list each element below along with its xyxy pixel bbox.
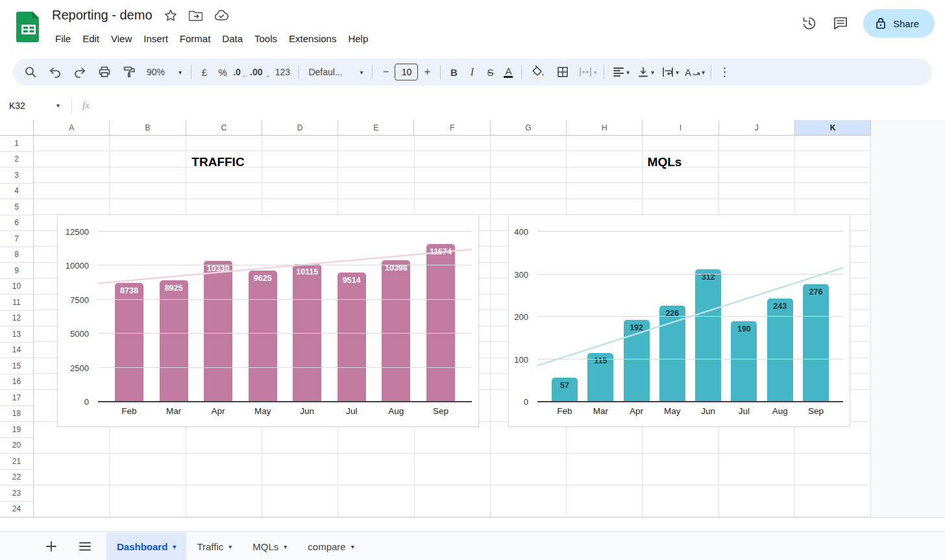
decrease-decimal-button[interactable]: .0← (232, 61, 250, 83)
row-header-20[interactable]: 20 (0, 438, 34, 454)
fill-color-button[interactable] (526, 61, 550, 83)
row-header-3[interactable]: 3 (0, 167, 34, 184)
menu-format[interactable]: Format (174, 30, 217, 47)
row-header-2[interactable]: 2 (0, 152, 34, 168)
row-header-7[interactable]: 7 (0, 231, 34, 247)
increase-font-size-button[interactable]: + (418, 61, 436, 83)
column-header-H[interactable]: H (567, 120, 643, 136)
column-header-A[interactable]: A (34, 120, 110, 136)
toolbar: 90% ▾ £ % .0← .00→ 123 Defaul... ▾ − 10 … (13, 58, 932, 86)
row-header-8[interactable]: 8 (0, 247, 34, 263)
menu-data[interactable]: Data (216, 30, 249, 47)
borders-button[interactable] (550, 61, 575, 83)
name-box[interactable]: K32 ▾ (0, 101, 65, 111)
undo-button[interactable] (43, 61, 68, 83)
row-header-15[interactable]: 15 (0, 358, 34, 374)
strikethrough-button[interactable]: S (481, 61, 499, 83)
move-to-folder-button[interactable] (189, 10, 202, 21)
column-header-J[interactable]: J (719, 120, 795, 136)
traffic-chart[interactable]: 02500500075001000012500 8738892510330962… (57, 214, 479, 427)
mqls-cell-title[interactable]: MQLs (600, 155, 730, 169)
menu-view[interactable]: View (105, 30, 138, 47)
text-color-button[interactable]: A (499, 61, 517, 83)
document-title[interactable]: Reporting - demo (52, 8, 153, 23)
row-header-14[interactable]: 14 (0, 343, 34, 359)
row-header-21[interactable]: 21 (0, 454, 34, 470)
row-header-12[interactable]: 12 (0, 311, 34, 327)
row-header-9[interactable]: 9 (0, 263, 34, 279)
increase-decimal-button[interactable]: .00→ (250, 61, 270, 83)
column-header-E[interactable]: E (338, 120, 414, 136)
column-header-K[interactable]: K (795, 120, 871, 136)
row-header-18[interactable]: 18 (0, 406, 34, 422)
row-header-24[interactable]: 24 (0, 502, 34, 518)
saved-status-button[interactable] (214, 10, 228, 21)
decrease-font-size-button[interactable]: − (376, 61, 395, 83)
tab-dashboard[interactable]: Dashboard▾ (106, 533, 186, 560)
mqls-chart[interactable]: 0100200300400 57115192226312190243276 Fe… (508, 214, 850, 427)
currency-format-button[interactable]: £ (195, 61, 214, 83)
row-header-19[interactable]: 19 (0, 422, 34, 438)
chevron-down-icon: ▾ (594, 69, 597, 76)
menu-file[interactable]: File (49, 30, 77, 47)
column-header-D[interactable]: D (262, 120, 338, 136)
merge-cells-button[interactable]: ▾ (575, 61, 600, 83)
all-sheets-button[interactable] (73, 534, 97, 559)
row-header-6[interactable]: 6 (0, 215, 34, 232)
column-header-B[interactable]: B (110, 120, 186, 136)
row-header-10[interactable]: 10 (0, 279, 34, 295)
percent-format-button[interactable]: % (214, 61, 232, 83)
font-family-control[interactable]: Defaul... ▾ (303, 61, 368, 83)
paint-format-button[interactable] (117, 61, 141, 83)
bold-button[interactable]: B (445, 61, 463, 83)
vertical-align-button[interactable]: ▾ (633, 61, 657, 83)
row-header-13[interactable]: 13 (0, 326, 34, 343)
tab-mqls[interactable]: MQLs▾ (242, 533, 297, 560)
menu-help[interactable]: Help (342, 30, 374, 47)
row-header-1[interactable]: 1 (0, 136, 34, 152)
column-header-G[interactable]: G (491, 120, 567, 136)
menu-tools[interactable]: Tools (249, 30, 283, 47)
print-button[interactable] (92, 61, 117, 83)
tab-traffic[interactable]: Traffic▾ (186, 533, 242, 560)
sheet-tabs: Dashboard▾Traffic▾MQLs▾compare▾ (106, 533, 365, 560)
redo-button[interactable] (68, 61, 92, 83)
tab-compare[interactable]: compare▾ (297, 533, 364, 560)
star-button[interactable] (164, 9, 177, 22)
column-header-I[interactable]: I (643, 120, 718, 136)
row-header-5[interactable]: 5 (0, 199, 34, 215)
row-header-4[interactable]: 4 (0, 184, 34, 200)
column-header-C[interactable]: C (186, 120, 262, 136)
select-all-corner[interactable] (0, 120, 34, 136)
row-header-16[interactable]: 16 (0, 374, 34, 391)
toolbar-divider (440, 65, 441, 79)
zoom-control[interactable]: 90% ▾ (141, 61, 187, 83)
row-header-23[interactable]: 23 (0, 485, 34, 502)
text-wrap-button[interactable]: ▾ (657, 61, 682, 83)
horizontal-scrollbar[interactable] (0, 517, 945, 532)
comments-button[interactable] (832, 15, 849, 32)
menu-edit[interactable]: Edit (77, 30, 105, 47)
add-sheet-button[interactable] (39, 534, 64, 559)
search-button[interactable] (18, 61, 43, 83)
row-header-17[interactable]: 17 (0, 390, 34, 406)
version-history-button[interactable] (801, 15, 818, 32)
arrow-right-icon: → (264, 71, 270, 79)
more-toolbar-button[interactable]: ⋮ (715, 61, 733, 83)
row-header-22[interactable]: 22 (0, 470, 34, 486)
text-rotation-button[interactable]: A ▾ (682, 61, 707, 83)
horizontal-align-button[interactable]: ▾ (608, 61, 633, 83)
toolbar-divider (299, 65, 299, 79)
fill-color-icon (531, 66, 545, 79)
menu-extensions[interactable]: Extensions (283, 30, 342, 47)
sheets-logo[interactable] (16, 10, 42, 43)
italic-button[interactable]: I (463, 61, 481, 83)
row-header-11[interactable]: 11 (0, 295, 34, 311)
number-format-button[interactable]: 123 (270, 61, 295, 83)
plus-icon (45, 541, 57, 552)
share-button[interactable]: Share (863, 9, 935, 38)
column-header-F[interactable]: F (414, 120, 490, 136)
font-size-input[interactable]: 10 (395, 64, 418, 80)
traffic-cell-title[interactable]: TRAFFIC (153, 155, 283, 169)
menu-insert[interactable]: Insert (138, 30, 174, 47)
